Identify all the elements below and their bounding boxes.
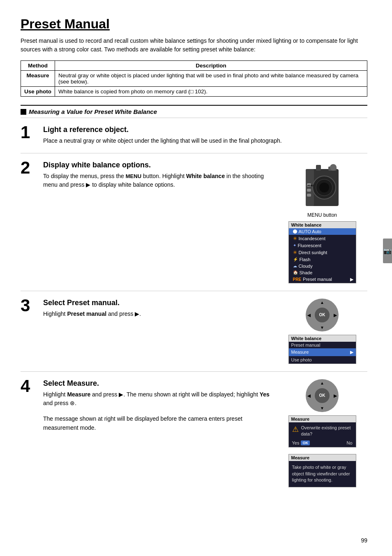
method-usephoto-desc: White balance is copied from photo on me… [55,87,367,97]
table-row: Use photo White balance is copied from p… [21,87,367,97]
menu-button-caption: MENU button [304,212,341,218]
method-measure-desc: Neutral gray or white object is placed u… [55,71,367,87]
step-3-content: Select Preset manual. Highlight Preset m… [43,299,273,364]
svg-rect-10 [307,189,311,192]
cross-icon: ✦ [293,243,296,248]
ok-badge: OK [301,440,310,445]
step-2-right: MENU MENU button White balance AUTO Auto… [273,161,367,283]
methods-col1-header: Method [21,61,55,71]
svg-point-4 [319,183,329,192]
wb-menu-screen: White balance AUTO Auto ✳ Incandescent ✦… [288,221,356,283]
step-2-title: Display white balance options. [43,161,273,169]
camera-illustration: MENU MENU button [304,161,341,218]
step-2-content: Display white balance options. To displa… [43,161,273,283]
nav-down-arrow: ▼ [320,325,324,330]
nav-up-arrow: ▲ [320,300,324,305]
wb-menu-title: White balance [289,222,356,228]
nav-inner: OK [315,308,330,322]
wb-item-flash: ⚡ Flash [289,256,356,263]
measure-screens: Measure ⚠ Overwrite existing preset data… [288,415,356,491]
step-3-number: 3 [21,297,43,314]
measure-screen-1: Measure ⚠ Overwrite existing preset data… [288,415,356,448]
wb-item-shade: 🏠 Shade [289,269,356,276]
wb-item-preset: PRE Preset manual ▶ [289,276,356,283]
method-measure: Measure [21,71,55,87]
step-2-number-col: 2 [21,161,43,283]
wb-preset-subtitle: Preset manual [289,342,356,348]
nav-inner-4: OK [315,388,330,403]
measure-text-1: Overwrite existing preset data? [301,425,353,438]
camera-svg: MENU [304,161,341,210]
page-title: Preset Manual [21,16,367,32]
wb-item-auto: AUTO Auto [289,228,356,235]
step-4-number-col: 4 [21,379,43,491]
camera-tab-icon: 📷 [383,247,392,255]
menu-key-label: MENU button [307,212,337,218]
step-1: 1 Light a reference object. Place a neut… [21,118,367,153]
step-4: 4 Select Measure. Highlight Measure and … [21,371,367,498]
methods-table: Method Description Measure Neutral gray … [21,60,367,97]
step-3-title: Select Preset manual. [43,299,273,307]
svg-rect-6 [316,165,321,171]
step-4-note: The message shown at right will be displ… [43,415,273,432]
wb-preset-title: White balance [289,335,356,342]
wb-item-fluorescent: ✦ Fluorescent [289,242,356,249]
svg-text:MENU: MENU [307,184,314,187]
step-1-number-col: 1 [21,125,43,146]
step-1-body: Place a neutral gray or white object und… [43,137,367,146]
measure-yes-option: Yes OK [292,440,310,445]
measure-title-1: Measure [289,416,356,422]
ok-label-4: OK [319,393,325,398]
page-number: 99 [361,537,367,544]
nav-controller-3: ▲ ▼ ◀ ▶ OK [306,299,339,331]
table-row: Measure Neutral gray or white object is … [21,71,367,87]
no-label: No [346,440,352,445]
wb-preset-screen: White balance Preset manual Measure ▶ Us… [288,335,356,364]
nav-right-arrow: ▶ [334,313,337,317]
measure-screen2-body: Take photo of white or gray object filli… [289,461,356,486]
shade-icon: 🏠 [293,270,298,275]
nav-up-4: ▲ [320,381,324,385]
nav-left-4: ◀ [307,393,311,398]
step-3-right: ▲ ▼ ◀ ▶ OK White balance Preset manual M… [273,299,367,364]
step-2-number: 2 [21,159,43,176]
method-usephoto: Use photo [21,87,55,97]
step-4-body: Highlight Measure and press ▶. The menu … [43,390,273,433]
wb-arrow-icon: ▶ [350,350,353,355]
measure-options: Yes OK No [289,440,356,447]
wb-item-cloudy: ☁ Cloudy [289,263,356,269]
step-4-content: Select Measure. Highlight Measure and pr… [43,379,273,491]
nav-down-4: ▼ [320,406,324,410]
asterisk-icon: ✳ [293,236,297,241]
nav-controller-4: ▲ ▼ ◀ ▶ OK [306,379,339,412]
nav-outer-4: ▲ ▼ ◀ ▶ OK [306,379,339,412]
step-1-content: Light a reference object. Place a neutra… [43,125,367,146]
svg-point-7 [330,164,337,171]
intro-paragraph: Preset manual is used to record and reca… [21,37,367,54]
yes-label: Yes [292,440,300,445]
measure-body-1: ⚠ Overwrite existing preset data? [289,422,356,440]
svg-rect-11 [307,194,311,197]
menu-key: MENU [126,173,141,179]
step-1-title: Light a reference object. [43,125,367,134]
step-2: 2 Display white balance options. To disp… [21,153,367,291]
nav-left-arrow: ◀ [307,313,311,317]
step-4-number: 4 [21,378,43,395]
step-1-number: 1 [21,124,43,141]
dot-icon [293,229,297,234]
section-heading: Measuring a Value for Preset White Balan… [21,105,367,118]
step-3: 3 Select Preset manual. Highlight Preset… [21,291,367,371]
wb-item-direct-sunlight: ✳ Direct sunlight [289,249,356,256]
flash-icon: ⚡ [293,257,298,262]
wb-item-incandescent: ✳ Incandescent [289,235,356,242]
measure-screen-2: Measure Take photo of white or gray obje… [288,454,356,487]
warning-icon: ⚠ [292,425,299,434]
wb-preset-measure: Measure ▶ [289,348,356,356]
nav-right-4: ▶ [334,393,337,398]
cloud-icon: ☁ [293,264,297,268]
step-2-body: To display the menus, press the MENU but… [43,172,273,190]
step-4-right: ▲ ▼ ◀ ▶ OK Measure ⚠ Overwrite existing … [273,379,367,491]
measure-title-2: Measure [289,454,356,461]
sidebar-tab[interactable]: 📷 [383,239,392,263]
pre-label: PRE [293,277,302,282]
